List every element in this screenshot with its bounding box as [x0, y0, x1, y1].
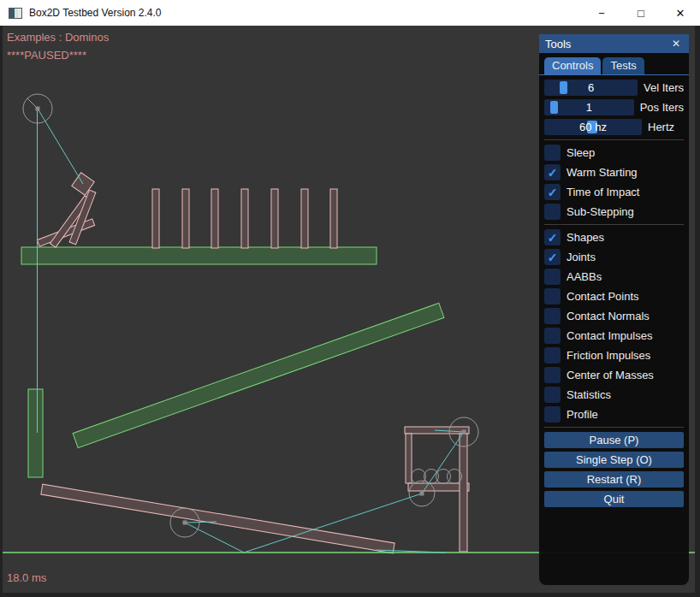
- slider-rows: 6Vel Iters1Pos Iters60 hzHertz: [544, 80, 684, 135]
- quit-button[interactable]: Quit: [544, 491, 684, 507]
- window-controls: − □ ✕: [582, 0, 700, 26]
- slider-value: 6: [544, 80, 638, 96]
- checkbox-label: Friction Impulses: [567, 349, 650, 362]
- example-label: Examples : Dominos: [7, 31, 109, 44]
- sim-option-checkboxes: Sleep✓Warm Starting✓Time of ImpactSub-St…: [544, 145, 684, 220]
- slider-pos-iters[interactable]: 1: [544, 99, 634, 115]
- single-step-o-button[interactable]: Single Step (O): [544, 452, 684, 468]
- checkbox-label: Joints: [567, 251, 596, 263]
- checkbox-box[interactable]: ✓: [544, 249, 561, 265]
- checkbox-box[interactable]: [544, 347, 561, 364]
- checkbox-statistics[interactable]: Statistics: [544, 387, 684, 403]
- checkbox-box[interactable]: [544, 288, 561, 304]
- checkbox-friction-impulses[interactable]: Friction Impulses: [544, 347, 684, 364]
- slider-label: Pos Iters: [640, 101, 684, 114]
- checkbox-box[interactable]: [544, 406, 561, 423]
- checkbox-box[interactable]: [544, 387, 561, 403]
- draw-option-checkboxes: ✓Shapes✓JointsAABBsContact PointsContact…: [544, 229, 684, 423]
- checkbox-box[interactable]: [544, 328, 561, 344]
- checkbox-profile[interactable]: Profile: [544, 406, 684, 423]
- checkbox-joints[interactable]: ✓Joints: [544, 249, 684, 265]
- tools-panel-title: Tools: [545, 38, 669, 50]
- checkbox-box[interactable]: ✓: [544, 164, 561, 180]
- slider-value: 60 hz: [544, 119, 642, 135]
- simulation-canvas[interactable]: Examples : Dominos ****PAUSED**** 18.0 m…: [3, 26, 695, 593]
- checkbox-label: Sub-Stepping: [567, 205, 634, 218]
- separator: [544, 224, 684, 225]
- app-window: Box2D Testbed Version 2.4.0 − □ ✕ Exampl…: [0, 0, 700, 597]
- separator: [544, 427, 684, 428]
- joint-anchor-squares: [36, 107, 466, 525]
- checkbox-contact-normals[interactable]: Contact Normals: [544, 308, 684, 324]
- checkbox-box[interactable]: [544, 367, 561, 383]
- window-title: Box2D Testbed Version 2.4.0: [29, 7, 162, 19]
- slider-label: Vel Iters: [644, 81, 684, 94]
- slider-row-hertz: 60 hzHertz: [544, 119, 684, 135]
- checkbox-label: Sleep: [567, 146, 595, 159]
- checkbox-label: Shapes: [567, 231, 604, 244]
- slider-row-vel-iters: 6Vel Iters: [544, 80, 684, 96]
- restart-r-button[interactable]: Restart (R): [544, 471, 684, 488]
- checkbox-box[interactable]: [544, 308, 561, 324]
- slider-label: Hertz: [648, 121, 674, 133]
- checkbox-box[interactable]: [544, 269, 561, 285]
- checkbox-box[interactable]: ✓: [544, 184, 561, 200]
- green-platforms: [21, 247, 444, 477]
- checkbox-contact-points[interactable]: Contact Points: [544, 288, 684, 304]
- checkbox-box[interactable]: ✓: [544, 229, 561, 245]
- close-button[interactable]: ✕: [661, 0, 700, 26]
- dominos-and-planks: [37, 173, 469, 553]
- checkbox-label: Center of Masses: [567, 369, 654, 381]
- checkbox-box[interactable]: [544, 145, 561, 161]
- separator: [544, 139, 684, 140]
- checkbox-contact-impulses[interactable]: Contact Impulses: [544, 328, 684, 344]
- app-icon: [9, 8, 22, 19]
- maximize-button[interactable]: □: [621, 0, 661, 26]
- frame-time-label: 18.0 ms: [7, 571, 46, 584]
- checkbox-label: Profile: [567, 408, 598, 421]
- checkbox-label: Contact Normals: [567, 310, 650, 322]
- checkbox-center-of-masses[interactable]: Center of Masses: [544, 367, 684, 383]
- pause-p-button[interactable]: Pause (P): [544, 432, 684, 448]
- slider-value: 1: [544, 99, 634, 115]
- checkbox-sleep[interactable]: Sleep: [544, 145, 684, 161]
- panel-body: 6Vel Iters1Pos Iters60 hzHertz Sleep✓War…: [539, 75, 689, 507]
- tools-panel-titlebar[interactable]: Tools ✕: [539, 34, 689, 53]
- tools-panel: Tools ✕ ControlsTests 6Vel Iters1Pos Ite…: [539, 34, 689, 585]
- checkbox-warm-starting[interactable]: ✓Warm Starting: [544, 164, 684, 180]
- checkbox-aabbs[interactable]: AABBs: [544, 269, 684, 285]
- checkbox-label: Statistics: [567, 388, 611, 401]
- titlebar[interactable]: Box2D Testbed Version 2.4.0 − □ ✕: [0, 0, 700, 26]
- tab-bar: ControlsTests: [539, 53, 689, 74]
- checkbox-box[interactable]: [544, 204, 561, 220]
- paused-label: ****PAUSED****: [7, 49, 86, 62]
- checkbox-sub-stepping[interactable]: Sub-Stepping: [544, 204, 684, 220]
- checkbox-label: Contact Points: [567, 290, 639, 303]
- checkbox-label: Time of Impact: [567, 186, 639, 198]
- minimize-button[interactable]: −: [582, 0, 621, 26]
- slider-hertz[interactable]: 60 hz: [544, 119, 642, 135]
- checkbox-label: AABBs: [567, 270, 602, 283]
- slider-row-pos-iters: 1Pos Iters: [544, 99, 684, 115]
- tab-tests[interactable]: Tests: [602, 57, 644, 74]
- checkbox-time-of-impact[interactable]: ✓Time of Impact: [544, 184, 684, 200]
- action-buttons: Pause (P)Single Step (O)Restart (R)Quit: [544, 432, 684, 507]
- tab-controls[interactable]: Controls: [544, 57, 601, 74]
- checkbox-label: Warm Starting: [567, 166, 638, 179]
- slider-vel-iters[interactable]: 6: [544, 80, 638, 96]
- checkbox-shapes[interactable]: ✓Shapes: [544, 229, 684, 245]
- checkbox-label: Contact Impulses: [567, 329, 652, 342]
- panel-close-icon[interactable]: ✕: [669, 37, 683, 50]
